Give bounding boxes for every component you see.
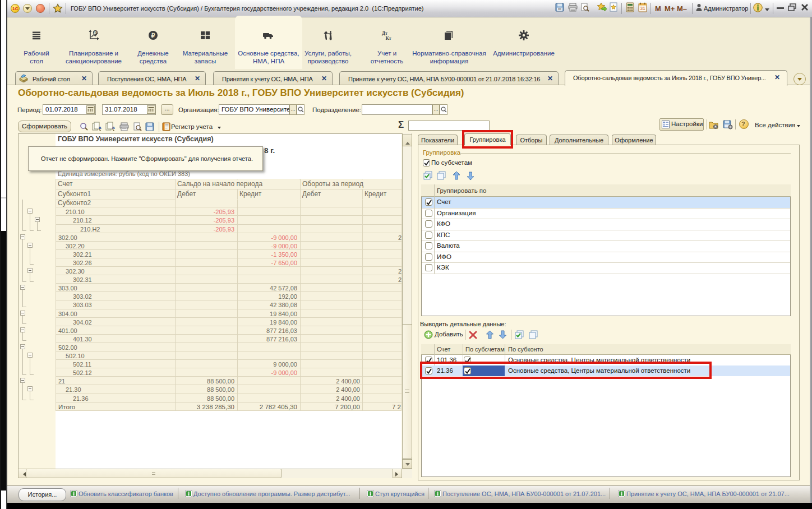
svg-text:₽: ₽ bbox=[94, 30, 97, 35]
svg-text:Дт: Дт bbox=[382, 30, 388, 36]
svg-text:₽: ₽ bbox=[151, 32, 155, 39]
svg-text:a: a bbox=[99, 125, 101, 130]
svg-text:a: a bbox=[112, 125, 115, 130]
svg-text:31: 31 bbox=[640, 6, 645, 11]
svg-text:Кт: Кт bbox=[386, 35, 392, 41]
